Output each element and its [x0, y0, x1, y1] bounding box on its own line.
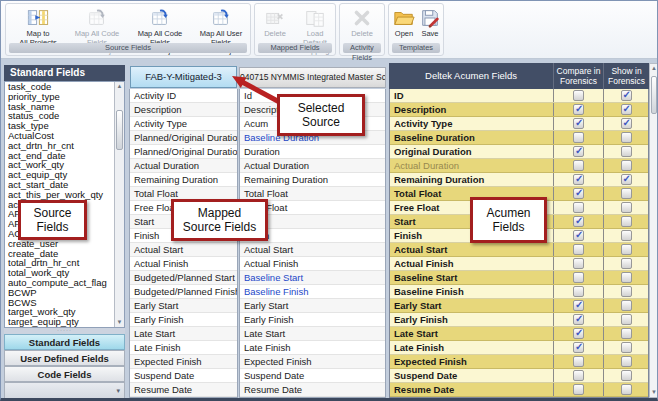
compare-checkbox[interactable]: [573, 216, 584, 227]
acumen-header-row: Deltek Acumen Fields Compare in Forensic…: [389, 63, 649, 89]
mapped-field-cell[interactable]: Early Start: [240, 299, 385, 313]
compare-checkbox[interactable]: [573, 174, 584, 185]
show-checkbox[interactable]: [621, 356, 632, 367]
compare-checkbox[interactable]: [573, 370, 584, 381]
sidebar-tab-code-fields[interactable]: Code Fields: [4, 366, 125, 382]
scroll-up-icon[interactable]: ▲: [115, 82, 124, 91]
compare-checkbox[interactable]: [573, 272, 584, 283]
source-field-cell: Actual Start: [130, 243, 237, 257]
show-checkbox[interactable]: [621, 132, 632, 143]
compare-checkbox[interactable]: [573, 244, 584, 255]
scroll-up-icon[interactable]: ▲: [650, 64, 658, 73]
source-field-cell: Expected Finish: [130, 355, 237, 369]
save-template-button[interactable]: Save: [418, 7, 442, 39]
show-checkbox[interactable]: [621, 160, 632, 171]
mapped-field-cell[interactable]: Baseline Start: [240, 271, 385, 285]
show-checkbox[interactable]: [621, 146, 632, 157]
configure-buttons-chevron-icon[interactable]: ▾: [116, 387, 120, 395]
acumen-field-cell: Late Start: [390, 327, 553, 340]
compare-checkbox[interactable]: [573, 160, 584, 171]
map-to-all-projects-button[interactable]: Map to All Projects: [12, 7, 64, 47]
scroll-down-icon[interactable]: ▼: [650, 388, 658, 397]
button-label: Save: [421, 30, 438, 39]
mapped-field-cell[interactable]: Actual Finish: [240, 257, 385, 271]
field-list-scrollbar[interactable]: ▲ ▼: [114, 82, 124, 327]
compare-checkbox[interactable]: [573, 230, 584, 241]
field-list-item[interactable]: act_this_per_work_qty: [5, 190, 124, 200]
compare-checkbox[interactable]: [573, 118, 584, 129]
delete-activity-field-button[interactable]: Delete: [342, 7, 382, 39]
show-checkbox[interactable]: [621, 230, 632, 241]
scrollbar-thumb[interactable]: [116, 110, 123, 150]
sidebar-tab-user-defined-fields[interactable]: User Defined Fields: [4, 350, 125, 366]
mapped-field-cell[interactable]: Remaining Duration: [240, 173, 385, 187]
compare-checkbox[interactable]: [573, 188, 584, 199]
show-checkbox[interactable]: [621, 244, 632, 255]
show-checkbox-cell: [603, 215, 648, 228]
compare-checkbox[interactable]: [573, 90, 584, 101]
compare-checkbox[interactable]: [573, 356, 584, 367]
compare-checkbox[interactable]: [573, 104, 584, 115]
source-field-cell: Remaining Duration: [130, 173, 237, 187]
compare-checkbox[interactable]: [573, 328, 584, 339]
selected-source-tab[interactable]: FAB-Y-Mitigated-3: [130, 66, 237, 88]
scrollbar-thumb[interactable]: [651, 76, 657, 114]
acumen-row: Early Finish: [390, 313, 648, 327]
show-checkbox[interactable]: [621, 286, 632, 297]
mapped-field-cell[interactable]: Late Start: [240, 327, 385, 341]
show-checkbox[interactable]: [621, 104, 632, 115]
show-checkbox[interactable]: [621, 188, 632, 199]
show-checkbox[interactable]: [621, 300, 632, 311]
compare-checkbox[interactable]: [573, 146, 584, 157]
show-checkbox[interactable]: [621, 174, 632, 185]
show-checkbox-cell: [603, 117, 648, 130]
field-list-item[interactable]: target_equip_qty: [5, 317, 124, 327]
show-checkbox[interactable]: [621, 314, 632, 325]
show-checkbox[interactable]: [621, 272, 632, 283]
show-checkbox[interactable]: [621, 202, 632, 213]
source-field-cell: Actual Duration: [130, 159, 237, 173]
show-checkbox[interactable]: [621, 258, 632, 269]
compare-checkbox[interactable]: [573, 342, 584, 353]
mapped-field-cell[interactable]: Baseline Finish: [240, 285, 385, 299]
mapped-field-cell[interactable]: Duration: [240, 145, 385, 159]
button-label: Delete: [351, 30, 373, 39]
acumen-scrollbar[interactable]: ▲ ▼: [649, 63, 658, 398]
show-checkbox[interactable]: [621, 384, 632, 395]
compare-checkbox[interactable]: [573, 202, 584, 213]
compare-checkbox[interactable]: [573, 132, 584, 143]
acumen-fields-header: Deltek Acumen Fields: [389, 63, 553, 89]
source-column-header[interactable]: 040715 NYMMIS Integrated Master Schedule: [239, 67, 386, 88]
show-checkbox[interactable]: [621, 90, 632, 101]
acumen-field-cell: Early Start: [390, 299, 553, 312]
button-label: Delete: [264, 30, 286, 39]
compare-checkbox[interactable]: [573, 300, 584, 311]
selected-source-fields-column: Activity IDDescriptionActivity TypePlann…: [129, 89, 238, 398]
mapped-field-cell[interactable]: Actual Start: [240, 243, 385, 257]
compare-checkbox[interactable]: [573, 258, 584, 269]
mapped-field-cell[interactable]: Actual Duration: [240, 159, 385, 173]
mapped-field-cell[interactable]: Expected Finish: [240, 355, 385, 369]
compare-checkbox[interactable]: [573, 314, 584, 325]
show-checkbox[interactable]: [621, 118, 632, 129]
compare-checkbox-cell: [553, 215, 603, 228]
show-in-forensics-header: Show in Forensics: [603, 63, 649, 89]
acumen-row: Description: [390, 103, 648, 117]
show-checkbox-cell: [603, 131, 648, 144]
mapped-field-cell[interactable]: Suspend Date: [240, 369, 385, 383]
open-template-button[interactable]: Open: [392, 7, 416, 39]
compare-checkbox[interactable]: [573, 286, 584, 297]
sidebar-tab-standard-fields[interactable]: Standard Fields: [4, 334, 125, 350]
mapped-field-cell[interactable]: Late Finish: [240, 341, 385, 355]
delete-mapped-field-button[interactable]: Delete: [257, 7, 293, 39]
show-checkbox-cell: [603, 327, 648, 340]
show-checkbox-cell: [603, 355, 648, 368]
mapped-field-cell[interactable]: Early Finish: [240, 313, 385, 327]
scroll-down-icon[interactable]: ▼: [115, 318, 124, 327]
show-checkbox[interactable]: [621, 342, 632, 353]
compare-checkbox[interactable]: [573, 384, 584, 395]
show-checkbox[interactable]: [621, 328, 632, 339]
show-checkbox[interactable]: [621, 370, 632, 381]
show-checkbox[interactable]: [621, 216, 632, 227]
mapped-field-cell[interactable]: Resume Date: [240, 383, 385, 397]
